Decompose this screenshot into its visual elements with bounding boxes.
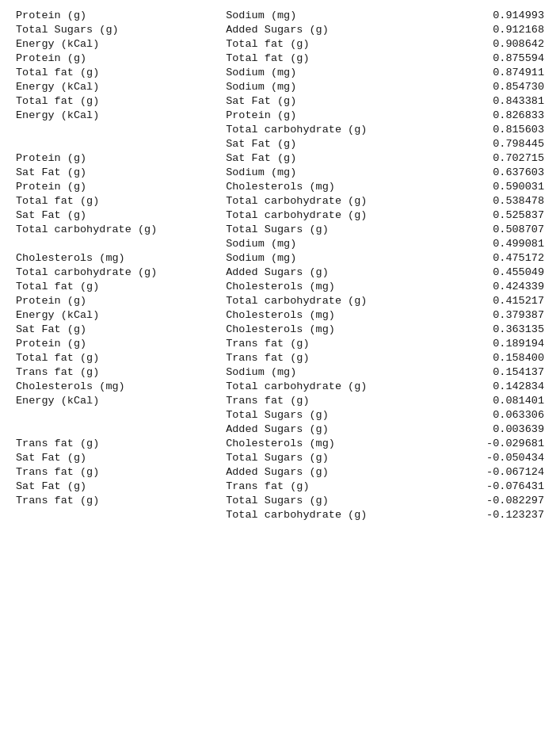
col2-cell: Sodium (mg)	[223, 79, 451, 94]
table-row: Total carbohydrate (g)Added Sugars (g)0.…	[13, 265, 547, 279]
table-row: Protein (g)Sodium (mg)0.914993	[13, 8, 547, 22]
col3-cell: -0.123237	[451, 507, 547, 522]
col1-cell	[13, 122, 223, 136]
col2-cell: Total fat (g)	[223, 36, 451, 51]
col1-cell: Cholesterols (mg)	[13, 250, 223, 265]
col1-cell: Trans fat (g)	[13, 464, 223, 479]
col3-cell: 0.063306	[451, 407, 547, 422]
col1-cell: Trans fat (g)	[13, 365, 223, 379]
table-row: Trans fat (g)Added Sugars (g)-0.067124	[13, 464, 547, 479]
col2-cell: Total fat (g)	[223, 51, 451, 65]
col2-cell: Sodium (mg)	[223, 65, 451, 79]
col2-cell: Sat Fat (g)	[223, 151, 451, 165]
col1-cell	[13, 507, 223, 522]
col3-cell: 0.379387	[451, 308, 547, 322]
col3-cell: 0.912168	[451, 22, 547, 36]
table-row: Total Sugars (g)0.063306	[13, 407, 547, 422]
col1-cell: Sat Fat (g)	[13, 450, 223, 464]
col1-cell	[13, 236, 223, 250]
col3-cell: 0.189194	[451, 336, 547, 350]
col3-cell: -0.050434	[451, 450, 547, 464]
col2-cell: Trans fat (g)	[223, 336, 451, 350]
table-row: Cholesterols (mg)Sodium (mg)0.475172	[13, 250, 547, 265]
col1-cell: Energy (kCal)	[13, 308, 223, 322]
col2-cell: Trans fat (g)	[223, 350, 451, 365]
col1-cell: Total fat (g)	[13, 193, 223, 208]
col3-cell: 0.843381	[451, 94, 547, 108]
col3-cell: 0.914993	[451, 8, 547, 22]
table-row: Total carbohydrate (g)-0.123237	[13, 507, 547, 522]
col1-cell	[13, 136, 223, 151]
col3-cell: 0.499081	[451, 236, 547, 250]
col1-cell: Sat Fat (g)	[13, 322, 223, 336]
table-row: Sat Fat (g)Sodium (mg)0.637603	[13, 165, 547, 179]
col1-cell: Trans fat (g)	[13, 493, 223, 507]
table-row: Total Sugars (g)Added Sugars (g)0.912168	[13, 22, 547, 36]
col3-cell: 0.003639	[451, 422, 547, 436]
col3-cell: 0.508707	[451, 222, 547, 236]
col3-cell: 0.363135	[451, 322, 547, 336]
col3-cell: 0.815603	[451, 122, 547, 136]
col3-cell: 0.415217	[451, 293, 547, 308]
col3-cell: 0.702715	[451, 151, 547, 165]
col3-cell: 0.875594	[451, 51, 547, 65]
col1-cell: Trans fat (g)	[13, 436, 223, 450]
col3-cell: 0.538478	[451, 193, 547, 208]
col2-cell: Cholesterols (mg)	[223, 279, 451, 293]
table-row: Total carbohydrate (g)0.815603	[13, 122, 547, 136]
table-row: Added Sugars (g)0.003639	[13, 422, 547, 436]
col3-cell: 0.854730	[451, 79, 547, 94]
col2-cell: Cholesterols (mg)	[223, 179, 451, 193]
col2-cell: Cholesterols (mg)	[223, 322, 451, 336]
col1-cell: Total carbohydrate (g)	[13, 222, 223, 236]
col2-cell: Total Sugars (g)	[223, 222, 451, 236]
table-row: Total fat (g)Total carbohydrate (g)0.538…	[13, 193, 547, 208]
col2-cell: Trans fat (g)	[223, 479, 451, 493]
table-row: Energy (kCal)Total fat (g)0.908642	[13, 36, 547, 51]
col3-cell: 0.874911	[451, 65, 547, 79]
col3-cell: 0.081401	[451, 393, 547, 407]
col3-cell: 0.908642	[451, 36, 547, 51]
col2-cell: Added Sugars (g)	[223, 464, 451, 479]
col1-cell: Protein (g)	[13, 51, 223, 65]
col3-cell: 0.826833	[451, 108, 547, 122]
col3-cell: -0.076431	[451, 479, 547, 493]
col2-cell: Cholesterols (mg)	[223, 308, 451, 322]
col1-cell: Sat Fat (g)	[13, 208, 223, 222]
col2-cell: Total carbohydrate (g)	[223, 122, 451, 136]
col1-cell	[13, 407, 223, 422]
col2-cell: Added Sugars (g)	[223, 22, 451, 36]
col1-cell: Energy (kCal)	[13, 108, 223, 122]
table-row: Protein (g)Total fat (g)0.875594	[13, 51, 547, 65]
col1-cell: Protein (g)	[13, 293, 223, 308]
col1-cell: Energy (kCal)	[13, 79, 223, 94]
col1-cell: Sat Fat (g)	[13, 165, 223, 179]
col1-cell: Total carbohydrate (g)	[13, 265, 223, 279]
table-row: Energy (kCal)Sodium (mg)0.854730	[13, 79, 547, 94]
table-row: Sodium (mg)0.499081	[13, 236, 547, 250]
col2-cell: Sodium (mg)	[223, 365, 451, 379]
table-row: Cholesterols (mg)Total carbohydrate (g)0…	[13, 379, 547, 393]
col2-cell: Total carbohydrate (g)	[223, 208, 451, 222]
col3-cell: -0.082297	[451, 493, 547, 507]
col1-cell: Total fat (g)	[13, 350, 223, 365]
table-row: Total fat (g)Sat Fat (g)0.843381	[13, 94, 547, 108]
col3-cell: 0.475172	[451, 250, 547, 265]
col2-cell: Cholesterols (mg)	[223, 436, 451, 450]
col2-cell: Added Sugars (g)	[223, 265, 451, 279]
table-row: Sat Fat (g)Total carbohydrate (g)0.52583…	[13, 208, 547, 222]
col1-cell: Total Sugars (g)	[13, 22, 223, 36]
table-row: Sat Fat (g)Cholesterols (mg)0.363135	[13, 322, 547, 336]
col2-cell: Sat Fat (g)	[223, 94, 451, 108]
col1-cell: Protein (g)	[13, 336, 223, 350]
col2-cell: Sodium (mg)	[223, 250, 451, 265]
table-row: Protein (g)Sat Fat (g)0.702715	[13, 151, 547, 165]
col2-cell: Total carbohydrate (g)	[223, 507, 451, 522]
table-row: Sat Fat (g)Trans fat (g)-0.076431	[13, 479, 547, 493]
col2-cell: Sodium (mg)	[223, 8, 451, 22]
col1-cell: Energy (kCal)	[13, 36, 223, 51]
table-row: Total fat (g)Sodium (mg)0.874911	[13, 65, 547, 79]
correlation-table: Protein (g)Sodium (mg)0.914993Total Suga…	[13, 8, 547, 522]
col3-cell: 0.637603	[451, 165, 547, 179]
table-row: Protein (g)Trans fat (g)0.189194	[13, 336, 547, 350]
